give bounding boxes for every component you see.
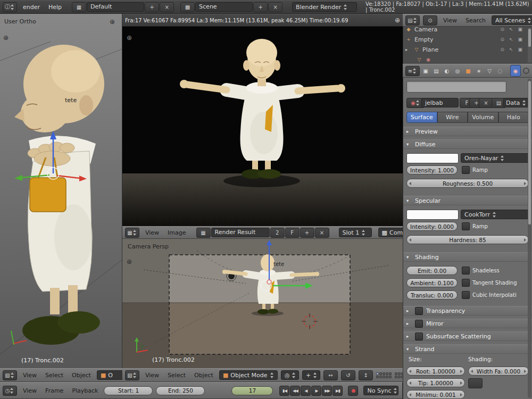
frame-start-field[interactable]: Start: 1	[104, 386, 153, 395]
emit-slider[interactable]: Emit: 0.00	[406, 266, 458, 275]
decrement-arrow-icon[interactable]	[409, 182, 411, 185]
users-count-button[interactable]: 2	[270, 228, 285, 238]
selectability-icon[interactable]: ↖	[509, 47, 513, 52]
frame-end-field[interactable]: End: 250	[156, 386, 205, 395]
editor-type-button[interactable]: ⓘ	[3, 2, 17, 12]
type-halo-button[interactable]: Halo	[498, 112, 529, 123]
side-viewport[interactable]: User Ortho ⊕ ⊕ tete (17) Tronc.002	[0, 14, 122, 368]
panel-preview[interactable]: ▸ Preview	[403, 127, 532, 136]
previous-keyframe-button[interactable]: ◀◀	[290, 386, 300, 396]
render-result-image[interactable]: ⊕	[122, 27, 403, 226]
region-toggle-icon[interactable]: ⊕	[3, 34, 9, 41]
menu-view[interactable]: View	[143, 229, 162, 236]
selectability-icon[interactable]: ↖	[509, 37, 513, 42]
increment-arrow-icon[interactable]	[460, 370, 462, 373]
increment-arrow-icon[interactable]	[460, 393, 462, 396]
specular-intensity-slider[interactable]: Intensity: 0.000	[406, 222, 458, 231]
material-slot-list[interactable]	[406, 81, 506, 93]
outliner[interactable]: ◆ Camera ⊙ ↖ ▣ + Empty ⊙ ↖ ▣ ▸ ▽ Plane ⊙…	[403, 27, 532, 64]
layout-browse-button[interactable]: ▦	[72, 2, 86, 12]
image-datablock-field[interactable]: Render Result	[211, 228, 270, 237]
region-toggle-icon[interactable]: ⊕	[127, 258, 132, 265]
specular-ramp-toggle[interactable]: Ramp	[462, 222, 488, 231]
tab-object[interactable]: ■	[463, 65, 473, 76]
render-engine-select[interactable]: Blender Render	[292, 2, 357, 12]
region-toggle-icon[interactable]: ⊕	[127, 34, 132, 41]
outliner-item-camera[interactable]: ◆ Camera ⊙ ↖ ▣	[403, 27, 532, 34]
panel-checkbox[interactable]	[415, 320, 423, 328]
image-browse-button[interactable]: ▦	[196, 228, 211, 238]
record-button[interactable]: ●	[348, 386, 358, 396]
tab-render[interactable]: ▣	[421, 65, 430, 76]
outliner-item-data[interactable]: ▽ ◉	[403, 55, 532, 64]
specular-color-swatch[interactable]	[406, 210, 459, 220]
tab-object-data[interactable]: ▽	[485, 65, 494, 76]
editor-type-button[interactable]: ≡	[405, 66, 420, 76]
unlink-image-button[interactable]: ×	[315, 228, 329, 238]
panel-shading[interactable]: ▾ Shading	[403, 252, 532, 262]
menu-view[interactable]: View	[20, 387, 39, 394]
diffuse-intensity-slider[interactable]: Intensity: 1.000	[406, 165, 458, 174]
properties-scrollbar[interactable]	[528, 79, 531, 398]
render-restrict-icon[interactable]: ▣	[518, 37, 522, 42]
specular-shader-select[interactable]: CookTorr	[461, 210, 529, 219]
visibility-eye-icon[interactable]: ⊙	[500, 37, 504, 42]
diffuse-color-swatch[interactable]	[406, 153, 459, 163]
decrement-arrow-icon[interactable]	[409, 370, 411, 373]
decrement-arrow-icon[interactable]	[471, 370, 473, 373]
region-toggle-icon[interactable]: ⊕	[395, 16, 400, 24]
layers-grid[interactable]	[376, 372, 392, 378]
editor-type-button[interactable]: ◷	[3, 386, 17, 396]
expand-icon[interactable]: ▸	[405, 47, 411, 52]
pin-icon[interactable]	[523, 68, 529, 74]
editor-type-button[interactable]: ▦	[125, 228, 139, 238]
camera-viewport[interactable]: Camera Persp ⊕ tete y (17) Tronc.002	[122, 239, 403, 368]
tab-world[interactable]: ◎	[453, 65, 462, 76]
translucency-slider[interactable]: Transluc: 0.000	[406, 290, 458, 300]
next-keyframe-button[interactable]: ▶▶	[322, 386, 332, 396]
decrement-arrow-icon[interactable]	[409, 393, 411, 396]
menu-render[interactable]: ender	[20, 4, 43, 11]
strand-root-slider[interactable]: Root: 1.00000	[406, 367, 465, 376]
menu-view[interactable]: View	[440, 17, 460, 24]
mode-select[interactable]: ■ Object Mode	[219, 370, 278, 380]
editor-type-button[interactable]: ▧	[3, 370, 17, 380]
menu-view[interactable]: View	[143, 372, 162, 379]
menu-search[interactable]: Search	[463, 17, 488, 24]
viewport-shading-select[interactable]: ◎	[281, 370, 299, 380]
menu-playback[interactable]: Playback	[69, 387, 101, 394]
add-scene-button[interactable]: +	[253, 2, 268, 12]
panel-specular[interactable]: ▾ Specular	[403, 196, 532, 205]
diffuse-roughness-slider[interactable]: Roughness: 0.500	[406, 179, 529, 188]
render-restrict-icon[interactable]: ▣	[518, 47, 522, 52]
menu-select[interactable]: Select	[43, 372, 66, 379]
render-restrict-icon[interactable]: ▣	[518, 27, 522, 32]
decrement-arrow-icon[interactable]	[409, 238, 411, 242]
ambient-slider[interactable]: Ambient: 0.100	[406, 278, 458, 287]
translate-manipulator-button[interactable]: ↔	[323, 370, 338, 380]
tab-modifiers[interactable]: ∗	[474, 65, 484, 76]
visibility-eye-icon[interactable]: ⊙	[500, 47, 504, 52]
fake-user-button[interactable]: F	[285, 228, 300, 238]
menu-view[interactable]: View	[20, 372, 39, 379]
add-layout-button[interactable]: +	[145, 2, 159, 12]
jump-to-end-button[interactable]: ▶▮	[332, 386, 343, 396]
display-mode-button[interactable]: ⊙	[423, 15, 437, 26]
tab-render-layers[interactable]: ▤	[431, 65, 441, 76]
outliner-item-empty[interactable]: + Empty ⊙ ↖ ▣	[403, 35, 532, 44]
scene-browse-button[interactable]: ▩	[180, 2, 195, 12]
scale-manipulator-button[interactable]: ↕	[359, 370, 373, 380]
panel-transparency[interactable]: ▸ Transparency	[403, 306, 532, 315]
render-slot-select[interactable]: Slot 1	[339, 228, 372, 237]
outliner-filter-select[interactable]: All Scenes	[492, 15, 532, 25]
decrement-arrow-icon[interactable]	[409, 381, 411, 385]
visibility-eye-icon[interactable]: ⊙	[500, 27, 504, 32]
selectability-icon[interactable]: ↖	[509, 27, 513, 32]
menu-select[interactable]: Select	[165, 372, 188, 379]
diffuse-shader-select[interactable]: Oren-Nayar	[461, 153, 529, 163]
strand-tip-slider[interactable]: Tip: 1.00000	[406, 378, 465, 387]
play-button[interactable]: ▶	[311, 386, 321, 396]
specular-hardness-slider[interactable]: Hardness: 85	[406, 235, 529, 244]
region-toggle-icon[interactable]: ⊕	[110, 18, 115, 26]
panel-strand[interactable]: ▾ Strand	[403, 344, 532, 354]
